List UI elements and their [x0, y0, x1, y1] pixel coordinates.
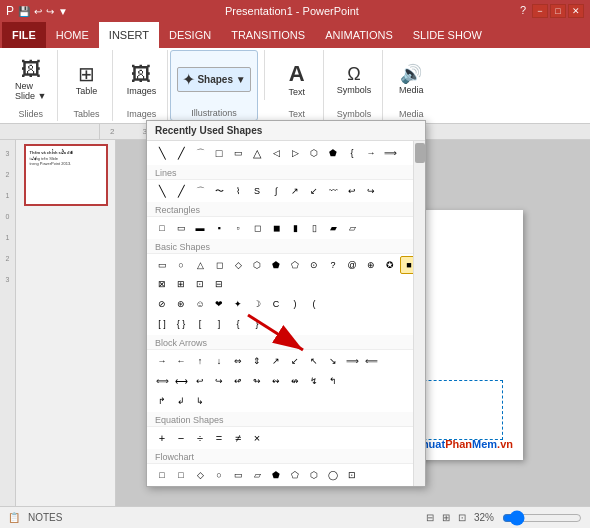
basic-10[interactable]: ?: [324, 256, 342, 274]
menu-home[interactable]: HOME: [46, 22, 99, 48]
line-5[interactable]: ⌇: [229, 182, 247, 200]
ba-9[interactable]: ↖: [305, 352, 323, 370]
rect-4[interactable]: ▪: [210, 219, 228, 237]
ba-r2-9[interactable]: ↯: [305, 372, 323, 390]
fc-9[interactable]: ⬡: [305, 466, 323, 484]
line-1[interactable]: ╲: [153, 182, 171, 200]
ba-r2-8[interactable]: ↮: [286, 372, 304, 390]
basic-1[interactable]: ▭: [153, 256, 171, 274]
shape-arrow-r[interactable]: →: [362, 144, 380, 162]
basic-8[interactable]: ⬠: [286, 256, 304, 274]
basic-r2-1[interactable]: ⊘: [153, 295, 171, 313]
new-slide-button[interactable]: 🖼 NewSlide ▼: [10, 56, 51, 104]
basic-4[interactable]: ◻: [210, 256, 228, 274]
ba-7[interactable]: ↗: [267, 352, 285, 370]
table-button[interactable]: ⊞ Table: [66, 61, 106, 99]
basic-r3-3[interactable]: [: [191, 315, 209, 333]
fc-2[interactable]: □: [172, 466, 190, 484]
basic-r3-1[interactable]: [ ]: [153, 315, 171, 333]
minimize-button[interactable]: −: [532, 4, 548, 18]
shape-rtriangle[interactable]: ◁: [267, 144, 285, 162]
help-icon[interactable]: ?: [516, 4, 530, 18]
shape-rect[interactable]: □: [210, 144, 228, 162]
ba-8[interactable]: ↙: [286, 352, 304, 370]
eq-3[interactable]: ÷: [191, 429, 209, 447]
basic-r2-7[interactable]: C: [267, 295, 285, 313]
basic-r2-5[interactable]: ✦: [229, 295, 247, 313]
ba-r2-10[interactable]: ↰: [324, 372, 342, 390]
shapes-dropdown-button[interactable]: ✦ Shapes ▼: [177, 67, 250, 92]
basic-2[interactable]: ○: [172, 256, 190, 274]
shape-hex[interactable]: ⬡: [305, 144, 323, 162]
ba-r2-2[interactable]: ⟷: [172, 372, 190, 390]
basic-r3-5[interactable]: {: [229, 315, 247, 333]
ba-1[interactable]: →: [153, 352, 171, 370]
slide-thumbnail-1[interactable]: Thêm và chỉnh sửa đối tượng trên Slide t…: [24, 144, 108, 206]
fc-8[interactable]: ⬠: [286, 466, 304, 484]
symbols-button[interactable]: Ω Symbols: [332, 62, 377, 98]
ba-6[interactable]: ⇕: [248, 352, 266, 370]
line-2[interactable]: ╱: [172, 182, 190, 200]
basic-12[interactable]: ⊕: [362, 256, 380, 274]
eq-6[interactable]: ×: [248, 429, 266, 447]
ba-2[interactable]: ←: [172, 352, 190, 370]
rect-2[interactable]: ▭: [172, 219, 190, 237]
fc-6[interactable]: ▱: [248, 466, 266, 484]
ba-r2-3[interactable]: ↩: [191, 372, 209, 390]
ba-4[interactable]: ↓: [210, 352, 228, 370]
basic-r3-6[interactable]: }: [248, 315, 266, 333]
rect-8[interactable]: ▮: [286, 219, 304, 237]
maximize-button[interactable]: □: [550, 4, 566, 18]
rect-7[interactable]: ◼: [267, 219, 285, 237]
basic-15[interactable]: ⊠: [153, 275, 171, 293]
dropdown-scrollbar[interactable]: [413, 141, 425, 486]
quick-access-undo[interactable]: ↩: [34, 6, 42, 17]
ba-12[interactable]: ⟸: [362, 352, 380, 370]
ba-3[interactable]: ↑: [191, 352, 209, 370]
fc-3[interactable]: ◇: [191, 466, 209, 484]
dropdown-scrollbar-thumb[interactable]: [415, 143, 425, 163]
rect-9[interactable]: ▯: [305, 219, 323, 237]
ba-r3-3[interactable]: ↳: [191, 392, 209, 410]
quick-access-redo[interactable]: ↪: [46, 6, 54, 17]
ba-r3-2[interactable]: ↲: [172, 392, 190, 410]
basic-5[interactable]: ◇: [229, 256, 247, 274]
line-3[interactable]: ⌒: [191, 182, 209, 200]
basic-r3-4[interactable]: ]: [210, 315, 228, 333]
basic-9[interactable]: ⊙: [305, 256, 323, 274]
basic-r2-3[interactable]: ☺: [191, 295, 209, 313]
ba-r2-4[interactable]: ↪: [210, 372, 228, 390]
basic-11[interactable]: @: [343, 256, 361, 274]
view-normal[interactable]: ⊟: [426, 512, 434, 523]
ba-10[interactable]: ↘: [324, 352, 342, 370]
ba-5[interactable]: ⇔: [229, 352, 247, 370]
basic-r2-9[interactable]: (: [305, 295, 323, 313]
basic-17[interactable]: ⊡: [191, 275, 209, 293]
view-reading[interactable]: ⊞: [442, 512, 450, 523]
shape-rounded-rect[interactable]: ▭: [229, 144, 247, 162]
basic-18[interactable]: ⊟: [210, 275, 228, 293]
basic-6[interactable]: ⬡: [248, 256, 266, 274]
line-10[interactable]: 〰: [324, 182, 342, 200]
ba-r2-7[interactable]: ↭: [267, 372, 285, 390]
menu-file[interactable]: FILE: [2, 22, 46, 48]
basic-r2-4[interactable]: ❤: [210, 295, 228, 313]
basic-r3-2[interactable]: { }: [172, 315, 190, 333]
line-8[interactable]: ↗: [286, 182, 304, 200]
rect-1[interactable]: □: [153, 219, 171, 237]
basic-16[interactable]: ⊞: [172, 275, 190, 293]
line-7[interactable]: ∫: [267, 182, 285, 200]
ba-r2-6[interactable]: ↬: [248, 372, 266, 390]
line-9[interactable]: ↙: [305, 182, 323, 200]
fc-5[interactable]: ▭: [229, 466, 247, 484]
notes-button[interactable]: 📋: [8, 512, 20, 523]
close-button[interactable]: ✕: [568, 4, 584, 18]
basic-r2-2[interactable]: ⊛: [172, 295, 190, 313]
basic-r2-6[interactable]: ☽: [248, 295, 266, 313]
shape-arc[interactable]: ⌒: [191, 144, 209, 162]
basic-13[interactable]: ✪: [381, 256, 399, 274]
shape-rtriangle2[interactable]: ▷: [286, 144, 304, 162]
shape-triangle[interactable]: △: [248, 144, 266, 162]
eq-4[interactable]: =: [210, 429, 228, 447]
zoom-slider[interactable]: [502, 513, 582, 523]
